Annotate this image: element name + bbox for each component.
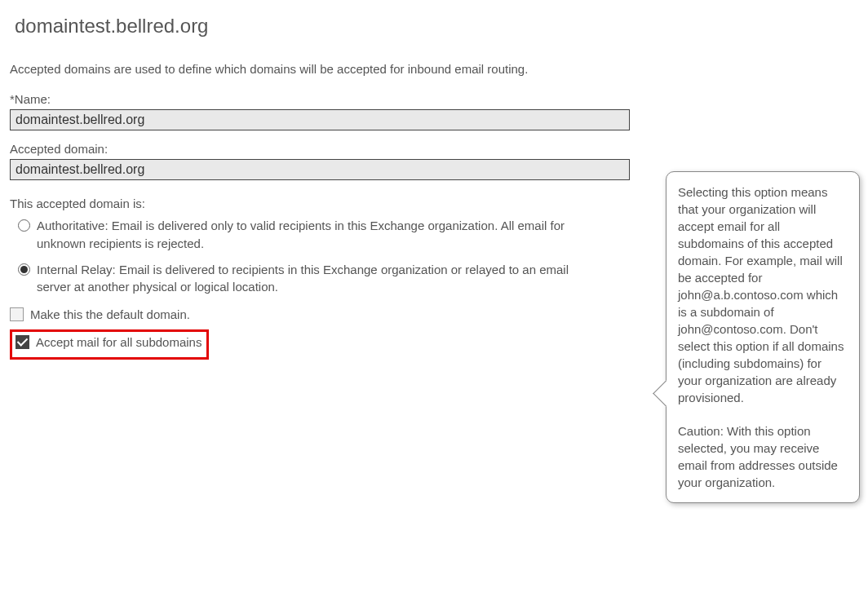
radio-authoritative-label: Authoritative: Email is delivered only t… (37, 217, 605, 253)
radio-internal-relay-label: Internal Relay: Email is delivered to re… (37, 261, 605, 297)
accept-subdomains-checkbox-row[interactable]: Accept mail for all subdomains (16, 335, 202, 349)
subdomains-tooltip: Selecting this option means that your or… (666, 171, 860, 503)
accepted-domain-input[interactable] (10, 159, 630, 180)
name-input[interactable] (10, 109, 630, 130)
accept-subdomains-highlight: Accept mail for all subdomains (10, 329, 209, 360)
page-title: domaintest.bellred.org (15, 15, 858, 38)
radio-authoritative[interactable]: Authoritative: Email is delivered only t… (18, 217, 605, 253)
accept-subdomains-label: Accept mail for all subdomains (36, 335, 202, 349)
default-domain-label: Make this the default domain. (30, 307, 190, 321)
checkbox-icon (10, 307, 24, 321)
page-description: Accepted domains are used to define whic… (10, 60, 597, 77)
checkbox-icon (16, 335, 29, 349)
tooltip-main-text: Selecting this option means that your or… (678, 183, 848, 406)
radio-icon (18, 263, 30, 276)
radio-internal-relay[interactable]: Internal Relay: Email is delivered to re… (18, 261, 605, 297)
tooltip-caution-text: Caution: With this option selected, you … (678, 422, 848, 491)
radio-icon (18, 219, 30, 232)
name-label: *Name: (10, 92, 858, 106)
accepted-domain-label: Accepted domain: (10, 142, 858, 156)
